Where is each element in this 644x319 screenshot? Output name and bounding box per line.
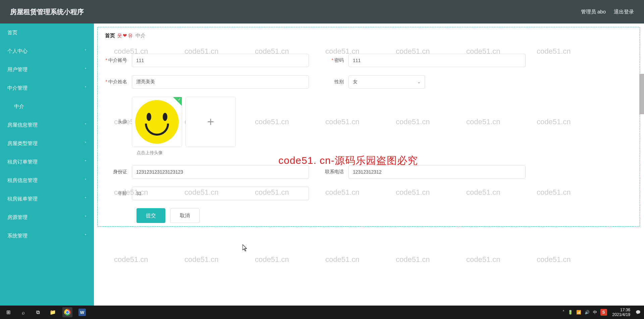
sidebar-sub-item[interactable]: 中介 [0,97,94,116]
header-right: 管理员 abo 退出登录 [581,9,634,15]
upload-add-button[interactable]: + [185,97,236,147]
sidebar-item-8[interactable]: 租房账单管理˅ [0,190,94,208]
label-password: *密码 [319,57,348,63]
sidebar-item-7[interactable]: 租房信息管理˅ [0,171,94,190]
task-view-icon[interactable]: ⧉ [33,307,43,317]
breadcrumb-home[interactable]: 首页 [105,33,115,39]
app-title: 房屋租赁管理系统小程序 [10,7,84,16]
label-gender: 性别 [319,79,348,85]
taskbar: ⊞ ⌕ ⧉ 📁 W ˄ 🔋 📶 🔊 中 S 17:362021/4/19 💬 [0,306,644,319]
header: 房屋租赁管理系统小程序 管理员 abo 退出登录 [0,0,644,24]
cursor-icon [243,244,249,253]
chevron-up-icon: ˄ [85,86,87,91]
chevron-down-icon: ˅ [85,49,87,54]
sidebar-item-6[interactable]: 租房订单管理˅ [0,153,94,171]
label-age: 年龄 [102,190,132,196]
tray-chevron-icon[interactable]: ˄ [562,310,565,315]
chevron-down-icon: ˅ [85,178,87,183]
taskbar-clock[interactable]: 17:362021/4/19 [610,308,632,317]
label-account: *中介账号 [102,57,132,63]
tray-ime[interactable]: 中 [593,310,597,315]
breadcrumb-separator: 웃❤유 [117,33,133,39]
chevron-down-icon: ˅ [85,123,87,128]
cancel-button[interactable]: 取消 [170,208,200,223]
submit-button[interactable]: 提交 [137,208,165,223]
chrome-icon[interactable] [62,307,72,317]
smiley-icon [135,100,179,144]
input-password[interactable] [348,54,526,67]
scrollbar-thumb[interactable] [639,74,644,114]
tray-volume-icon[interactable]: 🔊 [585,310,590,315]
sidebar-item-9[interactable]: 房源管理˅ [0,208,94,227]
input-idcard[interactable] [132,165,309,179]
breadcrumb-wrap: 首页 웃❤유 中介 *中介账号 *密码 *中介姓名 [97,27,640,227]
tray-icon[interactable]: 🔋 [568,310,573,315]
sidebar-item-10[interactable]: 系统管理˅ [0,227,94,245]
header-user[interactable]: 管理员 abo [581,9,606,15]
sidebar-item-5[interactable]: 房屋类型管理˅ [0,134,94,153]
input-account[interactable] [132,54,309,67]
search-icon[interactable]: ⌕ [18,307,28,317]
word-icon[interactable]: W [77,307,87,317]
breadcrumb: 首页 웃❤유 中介 [98,27,640,44]
chevron-down-icon: ˅ [85,141,87,146]
select-gender[interactable]: 女 ⌄ [348,75,425,89]
input-phone[interactable] [348,165,526,179]
sidebar-item-3[interactable]: 中介管理˄ [0,79,94,97]
start-button[interactable]: ⊞ [3,307,13,317]
input-name[interactable] [132,75,309,89]
sidebar-item-4[interactable]: 房屋信息管理˅ [0,116,94,134]
label-avatar: 头像 [102,119,132,125]
sidebar-item-1[interactable]: 个人中心˅ [0,42,94,60]
check-icon: ✓ [178,97,181,102]
chevron-down-icon: ˅ [85,67,87,72]
breadcrumb-current: 中介 [136,33,146,39]
chevron-down-icon: ˅ [85,234,87,238]
sidebar: 首页个人中心˅用户管理˅中介管理˄中介房屋信息管理˅房屋类型管理˅租房订单管理˅… [0,24,94,312]
avatar-preview[interactable]: ✓ [132,97,182,147]
upload-hint: 点击上传头像 [137,150,635,156]
tray-icon[interactable]: 📶 [576,310,581,315]
label-idcard: 身份证 [102,169,132,175]
chevron-down-icon: ˅ [85,215,87,220]
file-explorer-icon[interactable]: 📁 [48,307,58,317]
notification-icon[interactable]: 💬 [636,310,641,315]
sidebar-item-2[interactable]: 用户管理˅ [0,60,94,79]
main-content: code51.cncode51.cncode51.cncode51.cncode… [94,24,644,312]
label-name: *中介姓名 [102,79,132,85]
logout-link[interactable]: 退出登录 [614,9,634,15]
input-age[interactable] [132,187,309,200]
chevron-down-icon: ⌄ [417,80,421,84]
sogou-icon[interactable]: S [600,309,607,316]
chevron-down-icon: ˅ [85,197,87,201]
form: *中介账号 *密码 *中介姓名 性别 女 [98,44,640,226]
plus-icon: + [207,115,214,129]
label-phone: 联系电话 [319,169,348,175]
chevron-down-icon: ˅ [85,160,87,165]
sidebar-item-0[interactable]: 首页 [0,24,94,42]
